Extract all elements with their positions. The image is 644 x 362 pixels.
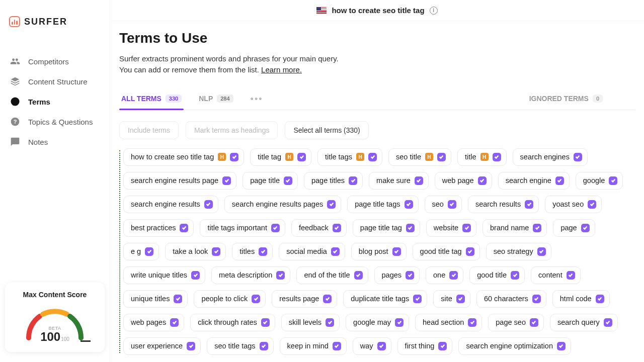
term-chip[interactable]: page title tag: [353, 219, 420, 237]
term-checkbox[interactable]: [259, 247, 267, 256]
term-chip[interactable]: search engine results pages: [224, 196, 341, 213]
term-checkbox[interactable]: [276, 271, 285, 280]
term-checkbox[interactable]: [222, 176, 231, 185]
term-checkbox[interactable]: [271, 224, 280, 232]
term-checkbox[interactable]: [437, 153, 446, 161]
term-checkbox[interactable]: [174, 295, 182, 303]
term-checkbox[interactable]: [349, 176, 357, 185]
term-checkbox[interactable]: [252, 295, 260, 303]
term-chip[interactable]: head section: [415, 314, 482, 331]
term-chip[interactable]: people to click: [194, 290, 266, 308]
term-checkbox[interactable]: [392, 247, 401, 256]
term-checkbox[interactable]: [493, 153, 501, 161]
term-chip[interactable]: page seo: [488, 314, 544, 331]
term-checkbox[interactable]: [212, 247, 220, 256]
term-checkbox[interactable]: [530, 318, 538, 327]
term-chip[interactable]: pages: [374, 266, 420, 284]
term-chip[interactable]: good title tag: [413, 243, 480, 260]
term-chip[interactable]: page title tags: [347, 196, 418, 213]
term-checkbox[interactable]: [466, 247, 474, 256]
term-checkbox[interactable]: [511, 271, 519, 280]
term-chip[interactable]: title tagH: [250, 148, 311, 166]
tab-all-terms[interactable]: ALL TERMS 330: [119, 89, 184, 110]
info-icon[interactable]: i: [430, 7, 438, 15]
term-chip[interactable]: seo: [425, 196, 462, 213]
term-chip[interactable]: best practices: [123, 219, 194, 237]
term-chip[interactable]: search engine optimization: [458, 337, 571, 355]
term-chip[interactable]: page titles: [304, 172, 363, 190]
term-checkbox[interactable]: [588, 200, 596, 209]
term-chip[interactable]: search engine results page: [123, 172, 236, 190]
term-checkbox[interactable]: [406, 271, 414, 280]
term-chip[interactable]: google may: [346, 314, 409, 331]
term-chip[interactable]: content: [531, 266, 581, 284]
term-checkbox[interactable]: [180, 224, 188, 232]
term-chip[interactable]: page title: [243, 172, 298, 190]
sidebar-item-topics-questions[interactable]: ?Topics & Questions: [5, 112, 105, 132]
tab-more-icon[interactable]: •••: [249, 94, 265, 105]
term-checkbox[interactable]: [260, 342, 268, 350]
term-checkbox[interactable]: [567, 271, 575, 280]
term-chip[interactable]: search engines: [513, 148, 588, 166]
term-chip[interactable]: search engine results: [123, 196, 218, 213]
term-checkbox[interactable]: [354, 271, 363, 280]
term-chip[interactable]: search engine: [498, 172, 570, 190]
term-chip[interactable]: yoast seo: [545, 196, 602, 213]
term-checkbox[interactable]: [557, 342, 566, 350]
term-chip[interactable]: search query: [550, 314, 618, 331]
term-checkbox[interactable]: [406, 224, 415, 232]
term-checkbox[interactable]: [327, 200, 336, 209]
term-checkbox[interactable]: [368, 153, 377, 161]
term-checkbox[interactable]: [525, 200, 533, 209]
term-checkbox[interactable]: [333, 224, 341, 232]
term-checkbox[interactable]: [574, 153, 582, 161]
term-chip[interactable]: keep in mind: [280, 337, 347, 355]
term-checkbox[interactable]: [581, 224, 590, 232]
term-chip[interactable]: site: [433, 290, 470, 308]
term-checkbox[interactable]: [333, 342, 341, 350]
term-chip[interactable]: search results: [468, 196, 539, 213]
term-chip[interactable]: seo strategy: [486, 243, 551, 260]
tab-nlp[interactable]: NLP 284: [197, 89, 235, 110]
term-checkbox[interactable]: [533, 224, 541, 232]
term-checkbox[interactable]: [468, 318, 476, 327]
term-checkbox[interactable]: [191, 271, 200, 280]
term-chip[interactable]: first thing: [397, 337, 453, 355]
term-checkbox[interactable]: [326, 318, 334, 327]
term-checkbox[interactable]: [297, 153, 306, 161]
term-checkbox[interactable]: [448, 200, 456, 209]
term-checkbox[interactable]: [145, 247, 153, 256]
term-checkbox[interactable]: [413, 295, 422, 303]
term-chip[interactable]: website: [426, 219, 476, 237]
term-checkbox[interactable]: [187, 342, 195, 350]
term-chip[interactable]: unique titles: [123, 290, 188, 308]
term-chip[interactable]: titles: [232, 243, 273, 260]
tab-ignored-terms[interactable]: IGNORED TERMS 0: [527, 89, 605, 110]
term-chip[interactable]: duplicate title tags: [343, 290, 427, 308]
term-checkbox[interactable]: [532, 295, 541, 303]
term-chip[interactable]: results page: [272, 290, 337, 308]
term-chip[interactable]: write unique titles: [123, 266, 205, 284]
term-checkbox[interactable]: [462, 224, 471, 232]
term-checkbox[interactable]: [261, 318, 270, 327]
sidebar-item-competitors[interactable]: Competitors: [5, 51, 105, 71]
term-chip[interactable]: seo titleH: [388, 148, 451, 166]
term-checkbox[interactable]: [449, 271, 458, 280]
term-checkbox[interactable]: [395, 318, 404, 327]
sidebar-item-terms[interactable]: Terms: [5, 92, 105, 112]
term-checkbox[interactable]: [478, 176, 487, 185]
term-chip[interactable]: one: [426, 266, 463, 284]
term-chip[interactable]: title tagsH: [317, 148, 382, 166]
term-chip[interactable]: web page: [435, 172, 492, 190]
term-checkbox[interactable]: [438, 342, 447, 350]
term-checkbox[interactable]: [555, 176, 564, 185]
sidebar-item-notes[interactable]: Notes: [5, 132, 105, 152]
term-chip[interactable]: seo title tags: [207, 337, 273, 355]
term-chip[interactable]: web pages: [123, 314, 184, 331]
select-all-button[interactable]: Select all terms (330): [285, 121, 368, 139]
term-checkbox[interactable]: [604, 318, 612, 327]
term-checkbox[interactable]: [377, 342, 386, 350]
term-chip[interactable]: meta description: [211, 266, 290, 284]
term-checkbox[interactable]: [537, 247, 546, 256]
term-chip[interactable]: blog post: [351, 243, 407, 260]
